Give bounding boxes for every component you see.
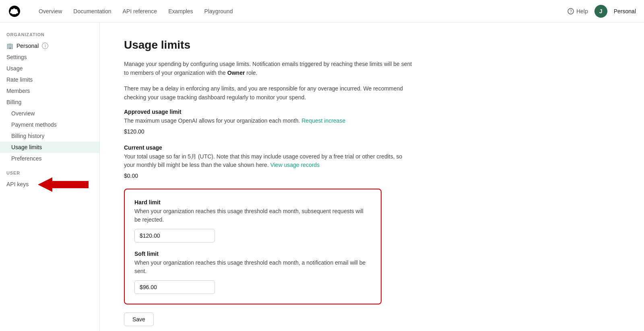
nav-right: ? Help J Personal [568,5,636,18]
nav-api-reference[interactable]: API reference [118,6,162,17]
soft-limit-desc: When your organization reaches this usag… [134,259,371,275]
sidebar-item-api-keys[interactable]: API keys [0,179,99,190]
approved-limit-amount: $120.00 [124,128,414,135]
sidebar-item-members[interactable]: Members [0,85,99,97]
page-title: Usage limits [124,39,620,51]
info-icon[interactable]: i [42,43,48,49]
hard-limit-desc: When your organization reaches this usag… [134,207,371,224]
sidebar: ORGANIZATION 🏢 Personal i Settings Usage… [0,23,100,331]
sidebar-item-payment-methods[interactable]: Payment methods [0,119,99,130]
approved-usage-section: Approved usage limit The maximum usage O… [124,109,414,135]
hard-limit-section: Hard limit When your organization reache… [134,199,371,243]
sidebar-item-usage[interactable]: Usage [0,63,99,74]
nav-playground[interactable]: Playground [200,6,238,17]
sidebar-item-rate-limits[interactable]: Rate limits [0,74,99,85]
nav-links: Overview Documentation API reference Exa… [34,6,558,17]
sidebar-item-billing[interactable]: Billing [0,97,99,108]
soft-limit-label: Soft limit [134,251,371,257]
soft-limit-section: Soft limit When your organization reache… [134,251,371,294]
current-usage-amount: $0.00 [124,173,414,179]
approved-limit-desc: The maximum usage OpenAI allows for your… [124,117,414,125]
nav-overview[interactable]: Overview [34,6,67,17]
user-label[interactable]: Personal [614,8,636,14]
current-usage-desc: Your total usage so far in 5月 (UTC). Not… [124,152,414,169]
sidebar-item-settings[interactable]: Settings [0,51,99,63]
intro-description-1: Manage your spending by configuring usag… [124,60,414,78]
logo-icon[interactable] [8,5,21,18]
current-usage-label: Current usage [124,144,414,151]
org-section-label: ORGANIZATION [0,32,99,40]
view-usage-link[interactable]: View usage records [270,162,320,168]
sidebar-item-billing-overview[interactable]: Overview [0,108,99,119]
sidebar-org-personal[interactable]: 🏢 Personal i [0,40,99,51]
main-content: Usage limits Manage your spending by con… [100,23,644,331]
approved-limit-label: Approved usage limit [124,109,414,115]
hard-limit-label: Hard limit [134,199,371,206]
svg-text:?: ? [570,9,572,14]
top-nav: Overview Documentation API reference Exa… [0,0,644,23]
intro-description-2: There may be a delay in enforcing any li… [124,84,414,102]
sidebar-item-usage-limits[interactable]: Usage limits [0,142,99,153]
help-button[interactable]: ? Help [568,8,588,14]
sidebar-item-preferences[interactable]: Preferences [0,153,99,164]
user-section-label: USER [0,171,99,179]
limits-box: Hard limit When your organization reache… [124,189,382,304]
help-circle-icon: ? [568,8,574,14]
sidebar-item-billing-history[interactable]: Billing history [0,130,99,142]
building-icon: 🏢 [6,43,13,49]
save-button[interactable]: Save [124,312,154,326]
layout: ORGANIZATION 🏢 Personal i Settings Usage… [0,23,644,331]
current-usage-section: Current usage Your total usage so far in… [124,144,414,179]
user-avatar[interactable]: J [594,5,607,18]
hard-limit-input[interactable] [134,229,215,243]
soft-limit-input[interactable] [134,280,215,294]
request-increase-link[interactable]: Request increase [301,117,345,124]
nav-examples[interactable]: Examples [163,6,198,17]
nav-documentation[interactable]: Documentation [68,6,116,17]
